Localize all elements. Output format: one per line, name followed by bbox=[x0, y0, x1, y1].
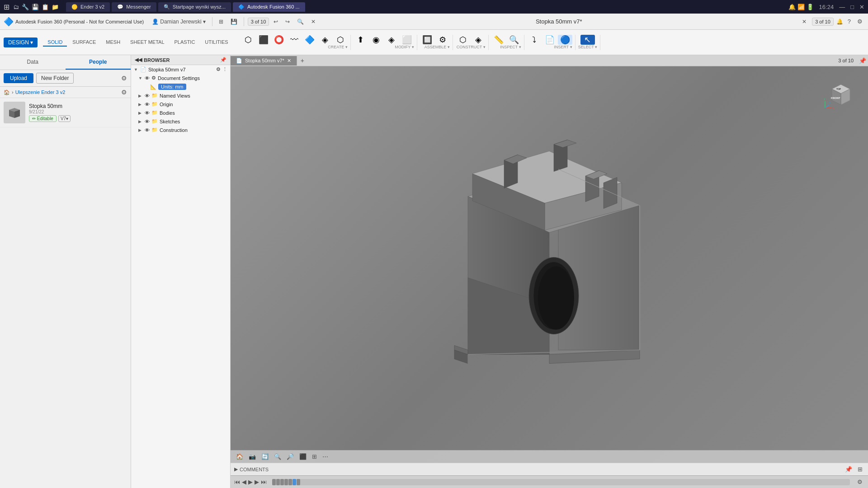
insert-active-btn[interactable]: 🔵 bbox=[558, 35, 572, 45]
tab-surface[interactable]: SURFACE bbox=[68, 38, 100, 47]
measure-btn[interactable]: 📏 bbox=[491, 35, 506, 45]
timeline-step[interactable] bbox=[272, 479, 276, 485]
options-icon[interactable]: ⚙ bbox=[216, 66, 221, 72]
select-btn[interactable]: ↖ bbox=[580, 35, 595, 45]
maximize-btn[interactable]: □ bbox=[850, 4, 854, 10]
tab-solid[interactable]: SOLID bbox=[43, 38, 67, 47]
viewport[interactable]: FRONT TOP X Z Y 🏠 📷 bbox=[231, 66, 868, 463]
timeline-rewind-btn[interactable]: ⏮ bbox=[234, 479, 240, 485]
timeline-next-btn[interactable]: ▶ bbox=[255, 479, 259, 485]
tab-people[interactable]: People bbox=[66, 55, 131, 70]
tab-ender[interactable]: 🟡Ender 3 v2 bbox=[66, 2, 110, 12]
undo-btn[interactable]: ↩ bbox=[271, 18, 281, 26]
editable-tag[interactable]: ✏ Editable bbox=[29, 115, 57, 122]
tree-node-sketches[interactable]: ▶ 👁 📁 Sketches bbox=[131, 117, 230, 126]
tree-node-docsettings[interactable]: ▼ 👁 ⚙ Document Settings bbox=[131, 74, 230, 82]
nav-cube[interactable]: FRONT TOP X Z Y bbox=[823, 75, 859, 112]
revolve-btn[interactable]: ⭕ bbox=[272, 35, 286, 45]
canvas-tab-active[interactable]: 📄 Stopka 50mm v7* ✕ bbox=[231, 56, 297, 66]
version-badge[interactable]: V7▾ bbox=[58, 115, 71, 122]
extrude-btn[interactable]: ⬛ bbox=[256, 35, 271, 45]
tab-plastic[interactable]: PLASTIC bbox=[170, 38, 200, 47]
shell-btn[interactable]: ⬜ bbox=[400, 35, 414, 45]
close-btn[interactable]: ✕ bbox=[859, 4, 864, 10]
home-view-btn[interactable]: 🏠 bbox=[234, 452, 245, 461]
camera-btn[interactable]: 📷 bbox=[247, 452, 258, 461]
tree-node-namedviews[interactable]: ▶ 👁 📁 Named Views bbox=[131, 91, 230, 100]
new-component-btn[interactable]: 🔲 bbox=[420, 35, 434, 45]
tab-sheet-metal[interactable]: SHEET METAL bbox=[126, 38, 169, 47]
windows-start[interactable]: ⊞ bbox=[4, 3, 9, 11]
display-mode-btn[interactable]: ⬛ bbox=[297, 452, 308, 461]
tab-mesh[interactable]: MESH bbox=[101, 38, 125, 47]
design-mode-btn[interactable]: DESIGN ▾ bbox=[4, 38, 38, 47]
minimize-btn[interactable]: — bbox=[839, 4, 845, 10]
grid-display-btn[interactable]: ⊞ bbox=[310, 452, 319, 461]
tab-fusion[interactable]: 🔷Autodesk Fusion 360 ... bbox=[233, 2, 305, 12]
file-item-stopka[interactable]: Stopka 50mm 9/21/22 ✏ Editable V7▾ bbox=[0, 98, 131, 127]
chamfer-btn[interactable]: ◈ bbox=[384, 35, 399, 45]
timeline-prev-btn[interactable]: ◀ bbox=[242, 479, 246, 485]
user-menu-btn[interactable]: 👤 Damian Jerewski ▾ bbox=[149, 18, 208, 26]
tree-node-bodies[interactable]: ▶ 👁 📁 Bodies bbox=[131, 108, 230, 117]
sketches-eye-icon[interactable]: 👁 bbox=[145, 119, 150, 124]
timeline-step[interactable] bbox=[288, 479, 292, 485]
redo-btn[interactable]: ↪ bbox=[283, 18, 292, 26]
settings-eye-icon[interactable]: 👁 bbox=[145, 75, 150, 81]
loft-btn[interactable]: 🔷 bbox=[302, 35, 317, 45]
timeline-step[interactable] bbox=[297, 479, 300, 485]
breadcrumb-settings-btn[interactable]: ⚙ bbox=[121, 89, 127, 96]
notification-icon[interactable]: 🔔 bbox=[836, 19, 843, 25]
timeline-step[interactable] bbox=[276, 479, 280, 485]
origin-eye-icon[interactable]: 👁 bbox=[145, 102, 150, 107]
search-btn[interactable]: 🔍 bbox=[294, 18, 307, 26]
tab-startpage[interactable]: 🔍Startpage wyniki wysz... bbox=[158, 2, 231, 12]
tree-node-origin[interactable]: ▶ 👁 📁 Origin bbox=[131, 100, 230, 108]
canvas-pin-btn[interactable]: 📌 bbox=[857, 56, 868, 65]
breadcrumb-link[interactable]: Ulepszenie Ender 3 v2 bbox=[15, 89, 66, 95]
comments-arrow[interactable]: ▶ bbox=[234, 466, 238, 472]
timeline-step[interactable] bbox=[284, 479, 288, 485]
comments-pin-btn[interactable]: 📌 bbox=[843, 465, 854, 474]
insert-svg-btn[interactable]: 📄 bbox=[542, 35, 557, 45]
timeline-end-btn[interactable]: ⏭ bbox=[261, 479, 267, 485]
tab-utilities[interactable]: UTILITIES bbox=[200, 38, 232, 47]
create-sketch-btn[interactable]: ⬡ bbox=[241, 35, 255, 45]
offset-plane-btn[interactable]: ⬡ bbox=[456, 35, 470, 45]
timeline-settings-btn[interactable]: ⚙ bbox=[855, 478, 864, 486]
zoom-in-btn[interactable]: 🔎 bbox=[285, 452, 296, 461]
timeline-track[interactable] bbox=[272, 479, 850, 485]
browser-pin-btn[interactable]: 📌 bbox=[220, 57, 226, 63]
tree-node-units[interactable]: 📐 Units: mm bbox=[131, 82, 230, 91]
sweep-btn[interactable]: 〰 bbox=[287, 35, 302, 45]
tree-node-construction[interactable]: ▶ 👁 📁 Construction bbox=[131, 126, 230, 134]
construction-eye-icon[interactable]: 👁 bbox=[145, 127, 150, 133]
insert-mesh-btn[interactable]: ⤵ bbox=[527, 35, 542, 45]
upload-btn[interactable]: Upload bbox=[4, 73, 33, 83]
joint-btn[interactable]: ⚙ bbox=[435, 35, 450, 45]
overflow-icon[interactable]: ⋮ bbox=[222, 66, 227, 72]
home-icon[interactable]: 🏠 bbox=[4, 89, 10, 95]
press-pull-btn[interactable]: ⬆ bbox=[354, 35, 368, 45]
zoom-fit-btn[interactable]: 🔍 bbox=[272, 452, 283, 461]
timeline-play-btn[interactable]: ▶ bbox=[248, 479, 253, 485]
bodies-eye-icon[interactable]: 👁 bbox=[145, 110, 150, 116]
fillet-btn[interactable]: ◉ bbox=[369, 35, 383, 45]
tree-node-root[interactable]: ▼ 📄 Stopka 50mm v7 ⚙ ⋮ bbox=[131, 65, 230, 74]
midplane-btn[interactable]: ◈ bbox=[471, 35, 486, 45]
canvas-tab-close[interactable]: ✕ bbox=[287, 58, 291, 64]
save-btn[interactable]: 💾 bbox=[228, 18, 240, 26]
browser-collapse-btn[interactable]: ◀◀ bbox=[135, 57, 142, 63]
help-btn[interactable]: ? bbox=[846, 17, 853, 26]
close-doc2-btn[interactable]: ✕ bbox=[799, 18, 809, 26]
timeline-step-active[interactable] bbox=[292, 479, 296, 485]
namedviews-eye-icon[interactable]: 👁 bbox=[145, 93, 150, 99]
add-tab-btn[interactable]: + bbox=[297, 55, 308, 66]
close-doc-btn[interactable]: ✕ bbox=[308, 18, 318, 26]
new-folder-btn[interactable]: New Folder bbox=[36, 73, 74, 84]
more-view-btn[interactable]: ⋯ bbox=[321, 452, 330, 461]
orbit-btn[interactable]: 🔄 bbox=[259, 452, 270, 461]
tab-messenger[interactable]: 💬Messenger bbox=[112, 2, 156, 12]
timeline-step[interactable] bbox=[280, 479, 284, 485]
tab-data[interactable]: Data bbox=[0, 55, 66, 70]
